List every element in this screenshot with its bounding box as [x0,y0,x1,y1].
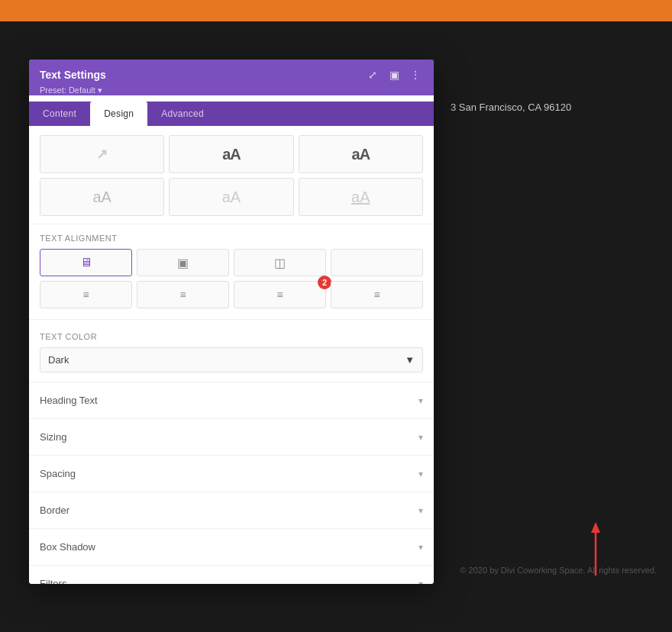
modal-header: Text Settings ⤢ ▣ ⋮ Preset: Default ▾ [29,60,434,95]
modal-preset[interactable]: Preset: Default ▾ [40,85,423,95]
accordion-filters-header: Filters ▾ [40,566,423,584]
align-left-button[interactable]: 🖥 [40,249,132,276]
accordion-border-header: Border ▾ [40,492,423,528]
text-alignment-label: Text Alignment [40,234,423,243]
alignment-row-1: 🖥 ▣ ◫ [40,249,423,276]
accordion-spacing-chevron-icon: ▾ [418,469,423,479]
align-lines-left-button[interactable]: ≡ [40,281,132,308]
text-color-value: Dark [48,354,69,366]
modal-body: ↗ aA aA aA aA aA [29,126,434,584]
accordion-filters[interactable]: Filters ▾ [29,566,434,584]
accordion-border[interactable]: Border ▾ [29,492,434,529]
accordion-sections: Heading Text ▾ Sizing ▾ Spacing ▾ Border [29,382,434,584]
text-alignment-section: Text Alignment 🖥 ▣ ◫ ≡ [29,224,434,320]
accordion-spacing-header: Spacing ▾ [40,456,423,492]
accordion-heading-text-title: Heading Text [40,395,98,406]
tab-advanced[interactable]: Advanced [147,102,218,126]
font-style-normal-cell[interactable]: aA [169,135,293,173]
red-arrow-icon [588,522,603,586]
modal-header-icons: ⤢ ▣ ⋮ [365,67,423,82]
accordion-sizing-chevron-icon: ▾ [418,432,423,443]
accordion-filters-title: Filters [40,578,66,584]
accordion-filters-chevron-icon: ▾ [418,579,423,585]
accordion-spacing[interactable]: Spacing ▾ [29,456,434,492]
font-style-regular-cell[interactable]: aA [40,178,164,216]
accordion-border-chevron-icon: ▾ [418,505,423,516]
accordion-border-title: Border [40,505,69,516]
minimize-icon[interactable]: ▣ [386,67,402,82]
font-style-underline-cell[interactable]: aA [299,178,423,216]
align-center-button[interactable]: ▣ [137,249,229,276]
accordion-spacing-title: Spacing [40,468,76,479]
font-style-bold-icon-cell[interactable]: ↗ [40,135,164,173]
accordion-sizing[interactable]: Sizing ▾ [29,419,434,456]
modal-title-row: Text Settings ⤢ ▣ ⋮ [40,67,423,82]
font-style-light-cell[interactable]: aA [169,178,293,216]
text-color-label: Text Color [40,332,423,341]
accordion-box-shadow-header: Box Shadow ▾ [40,529,423,565]
align-right-button[interactable]: ◫ [234,249,326,276]
more-options-icon[interactable]: ⋮ [408,67,423,82]
align-lines-right-button[interactable]: ≡ 2 [234,281,326,308]
tab-content[interactable]: Content [29,102,90,126]
alignment-row-2: ≡ ≡ ≡ 2 ≡ [40,281,423,308]
cursor-icon: ↗ [96,146,108,163]
text-color-dropdown[interactable]: Dark ▼ [40,347,423,372]
align-justify-button[interactable] [331,249,423,276]
svg-marker-1 [591,522,600,533]
dropdown-chevron-icon: ▼ [405,354,415,366]
modal-tabs: Content Design Advanced [29,102,434,126]
badge-number: 2 [318,276,331,289]
text-color-section: Text Color Dark ▼ [29,320,434,382]
expand-icon[interactable]: ⤢ [365,67,380,82]
font-style-grid: ↗ aA aA aA aA aA [40,135,423,216]
align-lines-justify-button[interactable]: ≡ [331,281,423,308]
footer-copyright: © 2020 by Divi Coworking Space. All righ… [460,566,657,575]
accordion-sizing-header: Sizing ▾ [40,419,423,455]
accordion-box-shadow-chevron-icon: ▾ [418,542,423,553]
accordion-box-shadow[interactable]: Box Shadow ▾ [29,529,434,566]
accordion-heading-text-header: Heading Text ▾ [40,382,423,418]
tab-design[interactable]: Design [90,102,147,126]
text-settings-modal: Text Settings ⤢ ▣ ⋮ Preset: Default ▾ Co… [29,60,434,584]
font-style-section: ↗ aA aA aA aA aA [29,126,434,224]
accordion-sizing-title: Sizing [40,431,66,443]
accordion-heading-text-chevron-icon: ▾ [418,395,423,406]
font-style-italic-cell[interactable]: aA [299,135,423,173]
accordion-box-shadow-title: Box Shadow [40,541,95,553]
address-value: 3 San Francisco, CA 96120 [451,102,571,113]
accordion-heading-text[interactable]: Heading Text ▾ [29,382,434,419]
modal-title: Text Settings [40,69,106,81]
align-lines-center-button[interactable]: ≡ [137,281,229,308]
orange-header-bar [0,0,672,21]
